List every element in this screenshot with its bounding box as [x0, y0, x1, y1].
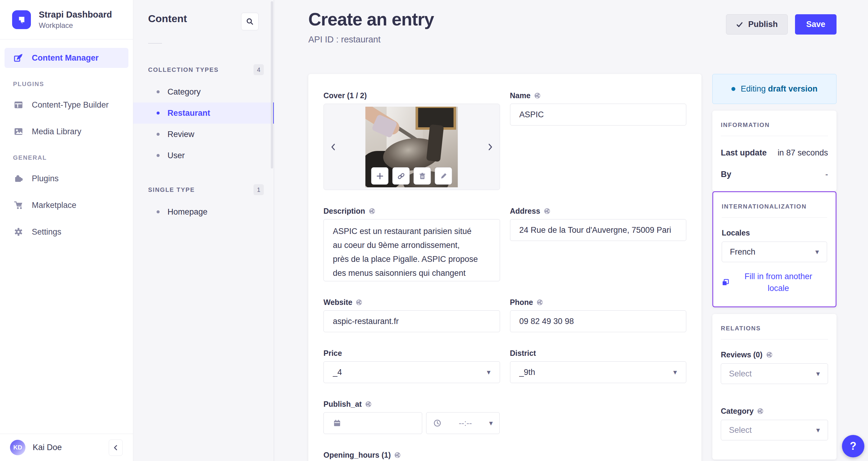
subnav-item-review[interactable]: Review: [133, 124, 274, 145]
subnav-title: Content: [148, 13, 187, 25]
locale-select[interactable]: French ▾: [722, 241, 827, 262]
field-address: Address 24 Rue de la Tour d'Auvergne, 75…: [510, 207, 687, 241]
chevron-left-icon: [113, 444, 118, 451]
sidebar-item-media-library[interactable]: Media Library: [4, 121, 128, 142]
category-select[interactable]: Select ▾: [721, 420, 828, 440]
bullet-icon: [157, 90, 160, 93]
globe-icon: [757, 408, 764, 414]
sidebar-item-content-manager[interactable]: Content Manager: [4, 48, 128, 68]
website-input[interactable]: aspic-restaurant.fr: [323, 310, 500, 332]
api-id-subtitle: API ID : restaurant: [308, 34, 434, 45]
carousel-next-button[interactable]: [487, 143, 494, 151]
publish-at-time-input[interactable]: --:-- ▾: [426, 412, 500, 434]
sidebar-nav: Content Manager PLUGINS Content-Type Bui…: [0, 39, 133, 242]
trash-icon: [418, 172, 427, 180]
add-asset-button[interactable]: [371, 167, 389, 184]
collapse-sidebar-button[interactable]: [109, 439, 123, 456]
field-cover: Cover (1 / 2): [323, 91, 500, 190]
opening-hours-label: Opening_hours (1): [323, 451, 391, 460]
subnav-item-label: Homepage: [167, 207, 208, 217]
chevron-down-icon: ▾: [489, 419, 493, 427]
by-value: -: [825, 170, 828, 179]
bullet-icon: [157, 112, 160, 115]
subnav-item-homepage[interactable]: Homepage: [133, 201, 274, 223]
field-price: Price _4 ▾: [323, 349, 500, 383]
address-label: Address: [510, 207, 540, 215]
search-button[interactable]: [241, 13, 259, 30]
name-label: Name: [510, 91, 531, 100]
cover-carousel: [323, 104, 500, 190]
district-select[interactable]: _9th ▾: [510, 361, 687, 383]
field-opening-hours: Opening_hours (1): [323, 451, 500, 461]
chevron-down-icon: ▾: [815, 248, 819, 256]
description-textarea[interactable]: ASPIC est un restaurant parisien situé a…: [323, 219, 500, 281]
single-type-badge: 1: [253, 184, 264, 195]
copy-link-button[interactable]: [393, 167, 410, 184]
picture-icon: [13, 126, 24, 137]
sidebar-item-marketplace[interactable]: Marketplace: [4, 195, 128, 215]
address-input[interactable]: 24 Rue de la Tour d'Auvergne, 75009 Pari: [510, 219, 687, 241]
reviews-select[interactable]: Select ▾: [721, 364, 828, 384]
draft-dot-icon: [732, 87, 735, 91]
gear-icon: [13, 227, 24, 237]
content-subnav: Content COLLECTION TYPES 4 Category Rest…: [133, 0, 274, 461]
field-website: Website aspic-restaurant.fr: [323, 298, 500, 332]
collection-types-badge: 4: [253, 64, 264, 75]
district-label: District: [510, 349, 536, 358]
publish-at-date-input[interactable]: [323, 412, 422, 434]
main-sidebar: Strapi Dashboard Workplace Content Manag…: [0, 0, 133, 461]
sidebar-footer: KD Kai Doe: [0, 434, 133, 461]
sidebar-item-label: Settings: [32, 227, 61, 237]
globe-icon: [544, 208, 550, 214]
sidebar-item-label: Marketplace: [32, 201, 76, 210]
brand: Strapi Dashboard Workplace: [0, 0, 133, 39]
website-label: Website: [323, 298, 352, 307]
publish-at-label: Publish_at: [323, 400, 362, 409]
check-icon: [736, 21, 743, 28]
chevron-down-icon: ▾: [487, 368, 490, 376]
sidebar-item-label: Content Manager: [32, 53, 99, 63]
help-button[interactable]: ?: [842, 435, 864, 457]
feather-edit-icon: [13, 53, 24, 63]
phone-input[interactable]: 09 82 49 30 98: [510, 310, 687, 332]
cover-label: Cover (1 / 2): [323, 91, 367, 100]
subnav-item-user[interactable]: User: [133, 145, 274, 166]
sidebar-item-label: Content-Type Builder: [32, 100, 109, 110]
sidebar-section-general: GENERAL: [13, 154, 128, 161]
user-avatar[interactable]: KD: [10, 440, 26, 455]
globe-icon: [365, 401, 372, 407]
carousel-prev-button[interactable]: [330, 143, 337, 151]
cover-actions: [371, 167, 452, 184]
subnav-item-label: Category: [167, 87, 201, 97]
collection-types-title: COLLECTION TYPES: [148, 66, 219, 73]
sidebar-item-settings[interactable]: Settings: [4, 222, 128, 242]
right-panel: Editing draft version INFORMATION Last u…: [712, 74, 837, 460]
chevron-down-icon: ▾: [816, 370, 820, 378]
description-label: Description: [323, 207, 365, 215]
price-select[interactable]: _4 ▾: [323, 361, 500, 383]
subnav-item-label: Restaurant: [167, 109, 210, 118]
sidebar-item-content-type-builder[interactable]: Content-Type Builder: [4, 95, 128, 115]
field-district: District _9th ▾: [510, 349, 687, 383]
page-title: Create an entry: [308, 9, 434, 30]
delete-asset-button[interactable]: [414, 167, 431, 184]
scrollbar-thumb[interactable]: [271, 1, 273, 169]
sidebar-section-plugins: PLUGINS: [13, 81, 128, 88]
subnav-item-category[interactable]: Category: [133, 81, 274, 103]
subnav-item-restaurant[interactable]: Restaurant: [133, 103, 274, 124]
fill-from-locale-link[interactable]: Fill in from another locale: [730, 271, 827, 294]
edit-asset-button[interactable]: [435, 167, 452, 184]
publish-button[interactable]: Publish: [726, 14, 788, 34]
puzzle-icon: [13, 173, 24, 184]
save-button[interactable]: Save: [795, 14, 837, 34]
sidebar-item-label: Media Library: [32, 127, 82, 136]
price-label: Price: [323, 349, 342, 358]
divider: [721, 339, 828, 340]
sidebar-item-plugins[interactable]: Plugins: [4, 169, 128, 189]
bullet-icon: [157, 210, 160, 213]
relations-card: RELATIONS Reviews (0) Select ▾ Category: [712, 314, 837, 460]
sidebar-item-label: Plugins: [32, 174, 59, 183]
app-title: Strapi Dashboard: [39, 9, 112, 20]
field-name: Name ASPIC: [510, 91, 687, 125]
name-input[interactable]: ASPIC: [510, 104, 687, 125]
